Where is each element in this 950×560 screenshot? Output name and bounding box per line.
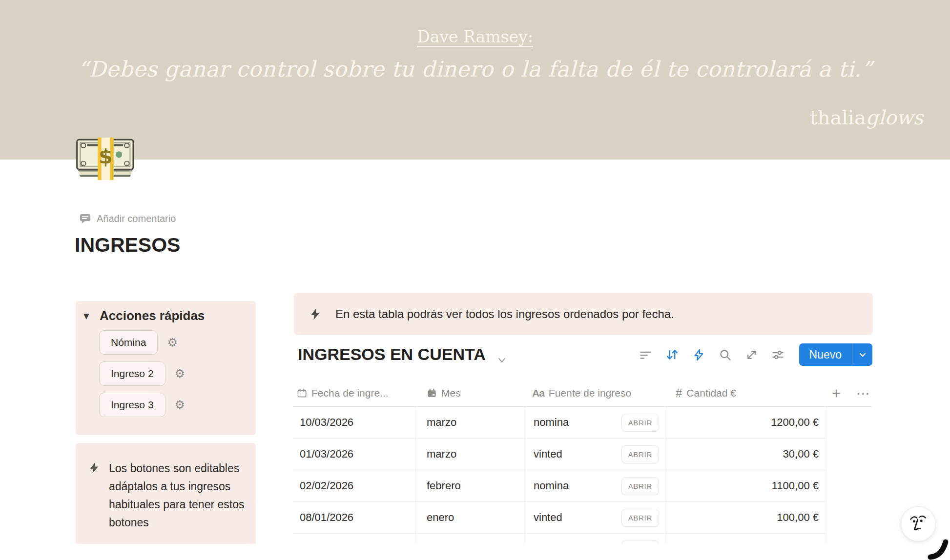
cell-fecha[interactable]: 02/02/2026	[293, 470, 416, 501]
add-comment-label: Añadir comentario	[97, 213, 176, 224]
cell-fecha[interactable]: 08/01/2026	[293, 502, 416, 533]
automation-lightning-icon[interactable]	[692, 348, 705, 361]
calendar-filled-icon	[427, 388, 437, 399]
cell-mes[interactable]: marzo	[416, 407, 524, 438]
cell-mes[interactable]: marzo	[416, 439, 524, 470]
chevron-down-icon	[858, 350, 867, 360]
quick-action-button-nomina[interactable]: Nómina	[99, 330, 158, 355]
open-row-button[interactable]: ABRIR	[621, 414, 659, 432]
cell-mes[interactable]	[416, 534, 524, 544]
column-header-mes[interactable]: Mes	[416, 380, 524, 406]
quick-action-button-ingreso-2[interactable]: Ingreso 2	[99, 361, 165, 386]
page-title: INGRESOS	[75, 234, 180, 257]
cell-cantidad[interactable]	[666, 534, 826, 544]
fuente-value: nomina	[534, 416, 569, 429]
database-view-title: INGRESOS EN CUENTA	[298, 345, 486, 364]
filter-icon[interactable]	[639, 348, 652, 361]
lightning-icon	[309, 307, 322, 321]
database-toolbar: Nuevo	[639, 343, 872, 366]
quote-text: “Debes ganar control sobre tu dinero o l…	[0, 57, 950, 81]
cell-fuente[interactable]: nomina ABRIR	[524, 470, 666, 501]
chevron-down-icon[interactable]	[496, 354, 508, 366]
expand-icon[interactable]	[745, 348, 758, 361]
cell-cantidad[interactable]: 1200,00 €	[666, 407, 826, 438]
fuente-value: nomina	[534, 480, 569, 492]
cell-fuente[interactable]: nomina ABRIR	[524, 407, 666, 438]
table-body: 10/03/2026 marzo nomina ABRIR 1200,00 € …	[293, 407, 826, 544]
column-label: Mes	[441, 387, 461, 399]
table-more-options-button[interactable]: ⋯	[856, 385, 870, 401]
table-header-row: Fecha de ingre... Mes Aa Fuente de ingre…	[293, 380, 826, 406]
add-column-button[interactable]: +	[832, 385, 841, 402]
open-row-button[interactable]: ABRIR	[621, 540, 659, 544]
face-logo-icon	[908, 513, 929, 535]
table-row: 02/02/2026 febrero nomina ABRIR 1100,00 …	[293, 470, 826, 502]
column-header-fecha[interactable]: Fecha de ingre...	[293, 380, 416, 406]
cell-fuente[interactable]: vinted ABRIR	[524, 502, 666, 533]
column-label: Fecha de ingre...	[311, 387, 389, 399]
comment-bubble-icon	[79, 213, 91, 225]
lightning-icon	[88, 461, 101, 474]
new-button[interactable]: Nuevo	[799, 343, 852, 366]
sidebar-callout-text: Los botones son editables adáptalos a tu…	[109, 460, 245, 551]
cell-fuente[interactable]: ABRIR	[524, 534, 666, 544]
open-row-button[interactable]: ABRIR	[621, 477, 659, 495]
open-row-button[interactable]: ABRIR	[621, 445, 659, 463]
sidebar-info-callout: Los botones son editables adáptalos a tu…	[76, 443, 256, 551]
quick-actions-callout: ▼ Acciones rápidas Nómina ⚙ Ingreso 2 ⚙ …	[76, 301, 256, 435]
table-row-partial: ABRIR	[293, 534, 826, 544]
table-callout-text: En esta tabla podrás ver todos los ingre…	[335, 307, 674, 321]
add-comment-action[interactable]: Añadir comentario	[79, 213, 176, 225]
collapse-triangle-icon[interactable]: ▼	[83, 312, 93, 320]
fuente-value: vinted	[534, 448, 562, 460]
cell-mes[interactable]: febrero	[416, 470, 524, 501]
cell-mes[interactable]: enero	[416, 502, 524, 533]
text-type-icon: Aa	[532, 387, 544, 399]
sort-icon[interactable]	[665, 348, 679, 361]
calendar-icon	[297, 388, 307, 399]
banknotes-page-icon[interactable]: $	[74, 138, 138, 180]
table-row: 08/01/2026 enero vinted ABRIR 100,00 €	[293, 502, 826, 534]
new-button-group: Nuevo	[799, 343, 872, 366]
signature-regular: thalia	[810, 106, 866, 129]
view-settings-sliders-icon[interactable]	[771, 348, 785, 361]
quote-attribution: Dave Ramsey:	[0, 27, 950, 46]
cell-fecha[interactable]	[293, 534, 416, 544]
signature: thaliaglows	[810, 106, 923, 129]
search-icon[interactable]	[719, 348, 732, 361]
open-row-button[interactable]: ABRIR	[621, 509, 659, 527]
cell-cantidad[interactable]: 100,00 €	[666, 502, 826, 533]
cell-fecha[interactable]: 10/03/2026	[293, 407, 416, 438]
table-row: 01/03/2026 marzo vinted ABRIR 30,00 €	[293, 439, 826, 470]
cell-fecha[interactable]: 01/03/2026	[293, 439, 416, 470]
column-label: Fuente de ingreso	[549, 387, 631, 399]
gear-icon[interactable]: ⚙	[167, 337, 178, 348]
bottom-clip-mask	[0, 544, 950, 560]
new-button-dropdown[interactable]	[852, 343, 872, 366]
column-label: Cantidad €	[686, 387, 736, 399]
svg-text:$: $	[99, 145, 113, 168]
gear-icon[interactable]: ⚙	[175, 399, 186, 411]
column-header-cantidad[interactable]: # Cantidad €	[666, 380, 826, 406]
quick-actions-title: Acciones rápidas	[100, 308, 205, 323]
gear-icon[interactable]: ⚙	[175, 368, 186, 380]
cell-fuente[interactable]: vinted ABRIR	[524, 439, 666, 470]
table-row: 10/03/2026 marzo nomina ABRIR 1200,00 €	[293, 407, 826, 439]
number-icon: #	[676, 386, 682, 400]
cell-cantidad[interactable]: 30,00 €	[666, 439, 826, 470]
ink-crescent-mark	[927, 536, 950, 560]
fuente-value: vinted	[534, 511, 562, 524]
column-header-fuente[interactable]: Aa Fuente de ingreso	[524, 380, 666, 406]
table-info-callout: En esta tabla podrás ver todos los ingre…	[294, 293, 873, 335]
signature-italic: glows	[866, 106, 923, 129]
cell-cantidad[interactable]: 1100,00 €	[666, 470, 826, 501]
cover-banner: Dave Ramsey: “Debes ganar control sobre …	[0, 0, 950, 160]
quick-action-button-ingreso-3[interactable]: Ingreso 3	[99, 393, 165, 417]
